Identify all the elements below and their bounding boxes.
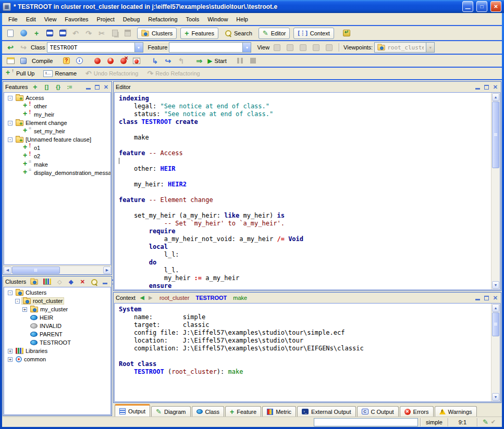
tree-item-invalid[interactable]: INVALID [4, 322, 110, 330]
editor-panel-minimize-button[interactable] [474, 84, 481, 91]
maximize-button[interactable]: □ [476, 1, 487, 12]
tree-item-o1[interactable]: o1 [4, 144, 110, 152]
save-all-button[interactable] [57, 28, 68, 39]
remove-breakpoints-button[interactable] [118, 55, 129, 67]
context-panel-close-button[interactable]: ✕ [492, 295, 499, 301]
rename-button[interactable]: Rename [42, 68, 78, 79]
search-toggle-button[interactable]: Search [222, 28, 255, 39]
status-search-input[interactable] [314, 418, 418, 426]
scrollbar-track[interactable] [492, 169, 499, 281]
tree-item-heir[interactable]: HEIR [4, 313, 110, 322]
open-file-button[interactable] [18, 28, 29, 39]
tab-feature[interactable]: +Feature [225, 406, 261, 417]
breadcrumb-root-cluster[interactable]: root_cluster [159, 295, 189, 301]
tree-item-unnamed-feature-clause[interactable]: -[Unnamed feature clause] [4, 135, 110, 144]
menu-window[interactable]: Window [203, 15, 232, 24]
tab-class[interactable]: Class [192, 406, 225, 417]
start-button[interactable]: ▶Start [206, 55, 227, 67]
tab-warnings[interactable]: Warnings [435, 406, 477, 417]
feature-combo[interactable] [169, 42, 251, 53]
tree-item-my-cluster[interactable]: +my_cluster [4, 305, 110, 313]
tree-item-clusters[interactable]: -Clusters [4, 288, 110, 297]
brackets-glyph-button[interactable]: [] [42, 83, 51, 91]
tree-item-common[interactable]: +common [4, 355, 110, 363]
clusters-toggle-button[interactable]: Clusters [137, 28, 177, 39]
tree-item-make[interactable]: make [4, 160, 110, 169]
scroll-down-arrow[interactable]: ▼ [492, 281, 499, 289]
save-button[interactable] [44, 28, 55, 39]
tree-item-root-cluster[interactable]: -root_cluster [4, 297, 110, 305]
menu-view[interactable]: View [40, 15, 61, 24]
disable-breakpoints-button[interactable] [105, 55, 116, 67]
scroll-up-arrow[interactable]: ▲ [492, 93, 499, 101]
braces-glyph-button[interactable]: {} [54, 83, 62, 91]
menu-help[interactable]: Help [232, 15, 252, 24]
menu-file[interactable]: File [4, 15, 22, 24]
tree-item-display-demonstration-messa[interactable]: display_demonstration_messa [4, 169, 110, 177]
expand-toggle[interactable]: - [8, 121, 13, 125]
tree-item-o2[interactable]: o2 [4, 152, 110, 160]
expand-toggle[interactable]: - [8, 137, 13, 142]
features-panel-maximize-button[interactable] [94, 84, 101, 91]
compile-button[interactable]: Compile [31, 55, 54, 67]
remove-item-button[interactable]: ✕ [78, 277, 87, 286]
new-class-button[interactable]: + [31, 28, 42, 39]
tab-errors[interactable]: ✕Errors [400, 406, 434, 417]
tree-item-access[interactable]: -Access [4, 94, 110, 102]
tab-output[interactable]: Output [115, 404, 150, 417]
step-over-button[interactable]: ↪ [162, 55, 174, 67]
override-item-button[interactable]: ◆ [67, 277, 75, 286]
tree-item-other[interactable]: other [4, 102, 110, 110]
check-button[interactable]: ? [60, 55, 72, 67]
tab-external-output[interactable]: External Output [297, 406, 355, 417]
add-feature-glyph-button[interactable]: + [31, 83, 39, 91]
scroll-right-arrow[interactable]: ▶ [103, 267, 111, 274]
external-commands-button[interactable] [341, 28, 352, 39]
menu-refactoring[interactable]: Refactoring [144, 15, 181, 24]
add-library-button[interactable] [42, 277, 52, 286]
tree-item-parent[interactable]: PARENT [4, 330, 110, 338]
expand-toggle[interactable]: + [8, 357, 13, 362]
context-panel-maximize-button[interactable] [483, 295, 490, 301]
scrollbar-thumb[interactable] [492, 102, 499, 168]
scroll-up-arrow[interactable]: ▲ [492, 304, 499, 312]
scrollbar-track[interactable] [492, 337, 499, 393]
tree-item-libraries[interactable]: +Libraries [4, 347, 110, 355]
clusters-tree-body[interactable]: -Clusters-root_cluster+my_clusterHEIRINV… [4, 287, 111, 415]
find-cluster-button[interactable] [90, 277, 99, 286]
ignore-item-button[interactable]: ◇ [55, 277, 64, 286]
menu-project[interactable]: Project [93, 15, 119, 24]
features-panel-close-button[interactable]: ✕ [103, 84, 109, 91]
scroll-left-arrow[interactable]: ◀ [4, 267, 11, 274]
menu-tools[interactable]: Tools [182, 15, 204, 24]
features-toggle-button[interactable]: +Features [180, 28, 218, 39]
breakpoints-tool-button[interactable] [131, 55, 142, 67]
tab-diagram[interactable]: ✎Diagram [151, 406, 190, 417]
scrollbar-thumb[interactable] [12, 267, 60, 274]
tree-item-my-heir[interactable]: my_heir [4, 110, 110, 119]
expand-toggle[interactable]: + [8, 349, 13, 354]
scroll-down-arrow[interactable]: ▼ [492, 393, 499, 401]
tree-item-element-change[interactable]: -Element change [4, 119, 110, 127]
tab-c-output[interactable]: C Output [357, 406, 399, 417]
enable-breakpoints-button[interactable] [92, 55, 103, 67]
info-button[interactable]: i [73, 55, 85, 67]
expand-toggle[interactable]: - [15, 299, 20, 304]
step-into-button[interactable]: ↳ [149, 55, 161, 67]
assigner-glyph-button[interactable]: := [65, 83, 73, 91]
scrollbar-thumb[interactable] [492, 312, 499, 336]
editor-panel-close-button[interactable]: ✕ [492, 84, 499, 91]
menu-favorites[interactable]: Favorites [60, 15, 92, 24]
context-back-button[interactable]: ◀ [139, 294, 146, 301]
breadcrumb-testroot[interactable]: TESTROOT [195, 295, 227, 301]
new-document-button[interactable] [5, 28, 16, 39]
breadcrumb-make[interactable]: make [233, 295, 247, 301]
expand-toggle[interactable]: - [8, 291, 13, 295]
menu-debug[interactable]: Debug [119, 15, 144, 24]
expand-toggle[interactable]: + [22, 307, 27, 312]
add-cluster-button[interactable] [29, 277, 39, 286]
tree-item-set-my-heir[interactable]: set_my_heir [4, 127, 110, 135]
features-tree-body[interactable]: -Accessothermy_heir-Element changeset_my… [4, 92, 111, 265]
navigate-back-button[interactable]: ↩ [5, 42, 16, 53]
context-output-area[interactable]: System name: simple target: classic conf… [115, 304, 491, 401]
